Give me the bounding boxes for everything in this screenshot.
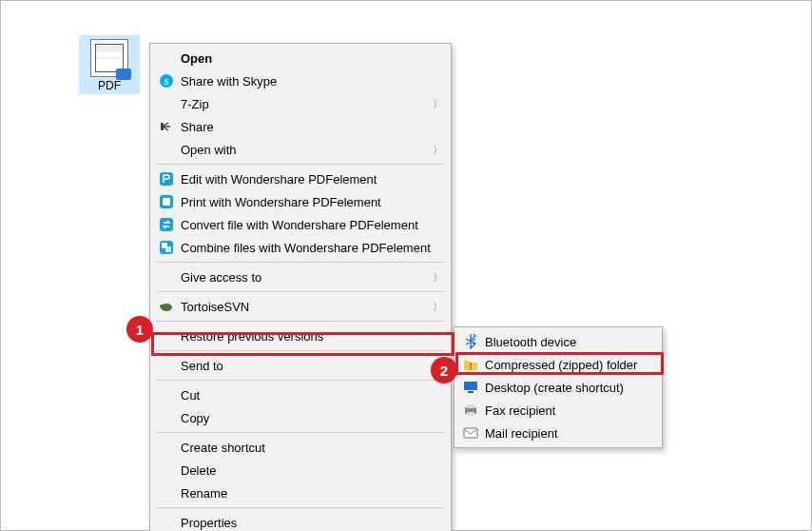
menu-7zip-label: 7-Zip (181, 97, 425, 111)
menu-create-shortcut-label: Create shortcut (181, 441, 443, 455)
menu-restore[interactable]: Restore previous versions (150, 324, 451, 347)
submenu-desktop-label: Desktop (create shortcut) (485, 381, 654, 395)
menu-share-label: Share (181, 120, 443, 134)
submenu-arrow-icon: 〉 (433, 97, 443, 111)
blank-icon (156, 326, 177, 345)
pdfelement-icon (156, 238, 177, 257)
svg-rect-2 (161, 123, 164, 130)
menu-create-shortcut[interactable]: Create shortcut (150, 436, 451, 459)
blank-icon (156, 438, 177, 457)
menu-print-pdfe[interactable]: Print with Wondershare PDFelement (150, 190, 451, 213)
menu-print-pdfe-label: Print with Wondershare PDFelement (181, 195, 443, 209)
submenu-mail-label: Mail recipient (485, 426, 654, 441)
separator (156, 380, 445, 381)
skype-icon: S (156, 71, 177, 90)
desktop-icon (460, 378, 481, 397)
menu-delete[interactable]: Delete (150, 459, 451, 482)
submenu-bluetooth-label: Bluetooth device (485, 335, 654, 349)
menu-delete-label: Delete (181, 463, 443, 478)
svg-rect-14 (468, 391, 474, 393)
menu-properties-label: Properties (181, 516, 443, 530)
share-icon (156, 117, 177, 136)
blank-icon (156, 483, 177, 502)
submenu-mail[interactable]: Mail recipient (454, 422, 662, 444)
workspace: PDF Open S Share with Skype 7-Zip 〉 Shar… (0, 0, 812, 531)
svg-text:S: S (164, 77, 168, 87)
svg-rect-18 (464, 428, 477, 438)
separator (156, 321, 445, 322)
menu-send-to[interactable]: Send to 〉 (150, 354, 451, 377)
separator (156, 350, 445, 351)
pdfelement-icon (156, 215, 177, 234)
submenu-bluetooth[interactable]: Bluetooth device (454, 330, 662, 353)
blank-icon (156, 408, 177, 427)
blank-icon (156, 461, 177, 480)
blank-icon (156, 385, 177, 404)
submenu-fax-label: Fax recipient (485, 403, 654, 418)
menu-7zip[interactable]: 7-Zip 〉 (150, 92, 451, 115)
bluetooth-icon (460, 332, 481, 351)
menu-share-skype-label: Share with Skype (181, 74, 443, 88)
blank-icon (156, 356, 177, 375)
blank-icon (156, 513, 177, 531)
blank-icon (156, 267, 177, 286)
submenu-fax[interactable]: Fax recipient (454, 399, 662, 422)
menu-open[interactable]: Open (150, 47, 451, 69)
menu-edit-pdfe[interactable]: Edit with Wondershare PDFelement (150, 167, 451, 190)
menu-cut[interactable]: Cut (150, 384, 451, 406)
menu-open-with[interactable]: Open with 〉 (150, 138, 451, 161)
menu-rename[interactable]: Rename (150, 482, 451, 504)
zip-folder-icon (460, 355, 481, 374)
menu-tortoisesvn[interactable]: TortoiseSVN 〉 (150, 295, 451, 318)
separator (156, 432, 445, 433)
menu-give-access[interactable]: Give access to 〉 (150, 266, 451, 288)
pdf-file-label: PDF (81, 79, 138, 92)
send-to-submenu: Bluetooth device Compressed (zipped) fol… (454, 326, 663, 448)
svg-rect-16 (467, 404, 474, 408)
menu-share-skype[interactable]: S Share with Skype (150, 69, 451, 92)
mail-icon (460, 423, 481, 442)
pdfelement-icon (156, 169, 177, 188)
menu-rename-label: Rename (181, 486, 443, 501)
svg-rect-12 (470, 363, 472, 370)
menu-open-label: Open (181, 51, 443, 66)
menu-convert-pdfe[interactable]: Convert file with Wondershare PDFelement (150, 213, 451, 236)
svg-rect-9 (165, 246, 171, 252)
pdf-file[interactable]: PDF (79, 35, 140, 94)
svg-rect-6 (160, 218, 173, 231)
pdf-file-icon (90, 39, 128, 77)
submenu-zip[interactable]: Compressed (zipped) folder (454, 353, 662, 376)
menu-give-access-label: Give access to (181, 270, 425, 285)
menu-convert-pdfe-label: Convert file with Wondershare PDFelement (181, 218, 443, 232)
menu-tortoisesvn-label: TortoiseSVN (181, 300, 425, 314)
svg-point-11 (160, 305, 164, 308)
menu-open-with-label: Open with (181, 143, 425, 157)
menu-share[interactable]: Share (150, 115, 451, 138)
separator (156, 507, 445, 508)
submenu-zip-label: Compressed (zipped) folder (485, 358, 654, 372)
submenu-arrow-icon: 〉 (433, 270, 443, 285)
menu-restore-label: Restore previous versions (181, 329, 443, 344)
menu-cut-label: Cut (181, 388, 443, 403)
svg-rect-17 (467, 412, 474, 416)
submenu-arrow-icon: 〉 (433, 300, 443, 314)
menu-send-to-label: Send to (181, 359, 425, 373)
submenu-arrow-icon: 〉 (433, 359, 443, 373)
svg-rect-5 (163, 198, 170, 206)
menu-combine-pdfe-label: Combine files with Wondershare PDFelemen… (181, 241, 443, 255)
blank-icon (156, 140, 177, 159)
fax-icon (460, 401, 481, 420)
context-menu: Open S Share with Skype 7-Zip 〉 Share Op… (149, 43, 452, 531)
menu-edit-pdfe-label: Edit with Wondershare PDFelement (181, 172, 443, 187)
submenu-desktop[interactable]: Desktop (create shortcut) (454, 376, 662, 399)
menu-copy[interactable]: Copy (150, 406, 451, 429)
separator (156, 164, 445, 165)
blank-icon (156, 49, 177, 68)
separator (156, 262, 445, 263)
submenu-arrow-icon: 〉 (433, 143, 443, 157)
separator (156, 291, 445, 292)
menu-combine-pdfe[interactable]: Combine files with Wondershare PDFelemen… (150, 236, 451, 259)
menu-properties[interactable]: Properties (150, 511, 451, 531)
pdfelement-icon (156, 192, 177, 211)
annotation-badge-1-label: 1 (136, 322, 144, 338)
